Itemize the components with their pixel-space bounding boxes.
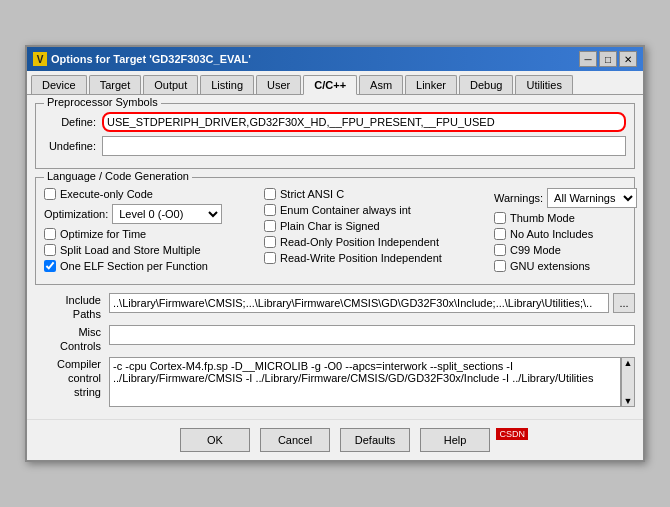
warnings-label: Warnings: bbox=[494, 192, 543, 204]
ok-button[interactable]: OK bbox=[180, 428, 250, 452]
warnings-row: Warnings: All Warnings No Warnings bbox=[494, 188, 637, 208]
cancel-button[interactable]: Cancel bbox=[260, 428, 330, 452]
tab-target[interactable]: Target bbox=[89, 75, 142, 94]
thumb-mode-checkbox[interactable] bbox=[494, 212, 506, 224]
plain-char-signed-label: Plain Char is Signed bbox=[280, 220, 380, 232]
execute-only-code-checkbox[interactable] bbox=[44, 188, 56, 200]
gnu-extensions-item: GNU extensions bbox=[494, 260, 637, 272]
undefine-input[interactable] bbox=[102, 136, 626, 156]
thumb-mode-label: Thumb Mode bbox=[510, 212, 575, 224]
csdn-badge: CSDN bbox=[496, 428, 528, 440]
split-load-store-label: Split Load and Store Multiple bbox=[60, 244, 201, 256]
tab-listing[interactable]: Listing bbox=[200, 75, 254, 94]
tab-content: Preprocessor Symbols Define: Undefine: L… bbox=[27, 95, 643, 419]
dialog-footer: OK Cancel Defaults Help CSDN bbox=[27, 419, 643, 460]
c99-mode-label: C99 Mode bbox=[510, 244, 561, 256]
compiler-control-row: Compilercontrolstring -c -cpu Cortex-M4.… bbox=[35, 357, 635, 407]
split-load-store-item: Split Load and Store Multiple bbox=[44, 244, 264, 256]
define-label: Define: bbox=[44, 116, 102, 128]
optimization-row: Optimization: Level 0 (-O0) Level 1 (-O1… bbox=[44, 204, 264, 224]
main-dialog: V Options for Target 'GD32F303C_EVAL' ─ … bbox=[25, 45, 645, 462]
plain-char-signed-item: Plain Char is Signed bbox=[264, 220, 494, 232]
one-elf-section-item: One ELF Section per Function bbox=[44, 260, 264, 272]
readonly-pos-indep-checkbox[interactable] bbox=[264, 236, 276, 248]
strict-ansi-c-checkbox[interactable] bbox=[264, 188, 276, 200]
no-auto-includes-label: No Auto Includes bbox=[510, 228, 593, 240]
one-elf-section-checkbox[interactable] bbox=[44, 260, 56, 272]
dialog-title: Options for Target 'GD32F303C_EVAL' bbox=[51, 53, 251, 65]
col2: Strict ANSI C Enum Container always int … bbox=[264, 188, 494, 276]
minimize-button[interactable]: ─ bbox=[579, 51, 597, 67]
language-group: Language / Code Generation Execute-only … bbox=[35, 177, 635, 285]
title-bar-controls: ─ □ ✕ bbox=[579, 51, 637, 67]
warnings-select[interactable]: All Warnings No Warnings bbox=[547, 188, 637, 208]
misc-controls-label: MiscControls bbox=[35, 325, 105, 353]
col1: Execute-only Code Optimization: Level 0 … bbox=[44, 188, 264, 276]
execute-only-code-label: Execute-only Code bbox=[60, 188, 153, 200]
language-group-label: Language / Code Generation bbox=[44, 170, 192, 182]
thumb-mode-item: Thumb Mode bbox=[494, 212, 637, 224]
preprocessor-group: Preprocessor Symbols Define: Undefine: bbox=[35, 103, 635, 169]
split-load-store-checkbox[interactable] bbox=[44, 244, 56, 256]
no-auto-includes-item: No Auto Includes bbox=[494, 228, 637, 240]
help-button[interactable]: Help bbox=[420, 428, 490, 452]
compiler-scrollbar[interactable]: ▲ ▼ bbox=[621, 357, 635, 407]
compiler-control-textarea[interactable]: -c -cpu Cortex-M4.fp.sp -D__MICROLIB -g … bbox=[109, 357, 621, 407]
enum-container-label: Enum Container always int bbox=[280, 204, 411, 216]
tab-asm[interactable]: Asm bbox=[359, 75, 403, 94]
no-auto-includes-checkbox[interactable] bbox=[494, 228, 506, 240]
include-paths-browse-button[interactable]: ... bbox=[613, 293, 635, 313]
optimize-for-time-label: Optimize for Time bbox=[60, 228, 146, 240]
compiler-control-label: Compilercontrolstring bbox=[35, 357, 105, 399]
undefine-row: Undefine: bbox=[44, 136, 626, 156]
tab-user[interactable]: User bbox=[256, 75, 301, 94]
include-paths-input[interactable] bbox=[109, 293, 609, 313]
c99-mode-item: C99 Mode bbox=[494, 244, 637, 256]
undefine-label: Undefine: bbox=[44, 140, 102, 152]
readonly-pos-indep-item: Read-Only Position Independent bbox=[264, 236, 494, 248]
include-paths-row: IncludePaths ... bbox=[35, 293, 635, 321]
plain-char-signed-checkbox[interactable] bbox=[264, 220, 276, 232]
optimization-select[interactable]: Level 0 (-O0) Level 1 (-O1) Level 2 (-O2… bbox=[112, 204, 222, 224]
tab-output[interactable]: Output bbox=[143, 75, 198, 94]
optimize-for-time-item: Optimize for Time bbox=[44, 228, 264, 240]
tab-utilities[interactable]: Utilities bbox=[515, 75, 572, 94]
define-input[interactable] bbox=[102, 112, 626, 132]
misc-controls-input[interactable] bbox=[109, 325, 635, 345]
tabs-bar: Device Target Output Listing User C/C++ … bbox=[27, 71, 643, 95]
strict-ansi-c-label: Strict ANSI C bbox=[280, 188, 344, 200]
readwrite-pos-indep-item: Read-Write Position Independent bbox=[264, 252, 494, 264]
close-button[interactable]: ✕ bbox=[619, 51, 637, 67]
tab-debug[interactable]: Debug bbox=[459, 75, 513, 94]
optimization-label: Optimization: bbox=[44, 208, 108, 220]
app-icon: V bbox=[33, 52, 47, 66]
execute-only-code-item: Execute-only Code bbox=[44, 188, 264, 200]
enum-container-item: Enum Container always int bbox=[264, 204, 494, 216]
tab-c-cpp[interactable]: C/C++ bbox=[303, 75, 357, 95]
define-row: Define: bbox=[44, 112, 626, 132]
include-paths-label: IncludePaths bbox=[35, 293, 105, 321]
readwrite-pos-indep-checkbox[interactable] bbox=[264, 252, 276, 264]
misc-controls-row: MiscControls bbox=[35, 325, 635, 353]
strict-ansi-c-item: Strict ANSI C bbox=[264, 188, 494, 200]
title-bar: V Options for Target 'GD32F303C_EVAL' ─ … bbox=[27, 47, 643, 71]
preprocessor-group-label: Preprocessor Symbols bbox=[44, 96, 161, 108]
title-bar-title: V Options for Target 'GD32F303C_EVAL' bbox=[33, 52, 251, 66]
col3: Warnings: All Warnings No Warnings Thumb… bbox=[494, 188, 637, 276]
tab-device[interactable]: Device bbox=[31, 75, 87, 94]
gnu-extensions-checkbox[interactable] bbox=[494, 260, 506, 272]
c99-mode-checkbox[interactable] bbox=[494, 244, 506, 256]
one-elf-section-label: One ELF Section per Function bbox=[60, 260, 208, 272]
tab-linker[interactable]: Linker bbox=[405, 75, 457, 94]
optimize-for-time-checkbox[interactable] bbox=[44, 228, 56, 240]
defaults-button[interactable]: Defaults bbox=[340, 428, 410, 452]
maximize-button[interactable]: □ bbox=[599, 51, 617, 67]
readwrite-pos-indep-label: Read-Write Position Independent bbox=[280, 252, 442, 264]
gnu-extensions-label: GNU extensions bbox=[510, 260, 590, 272]
info-rows: IncludePaths ... MiscControls Compilerco… bbox=[35, 293, 635, 407]
enum-container-checkbox[interactable] bbox=[264, 204, 276, 216]
readonly-pos-indep-label: Read-Only Position Independent bbox=[280, 236, 439, 248]
